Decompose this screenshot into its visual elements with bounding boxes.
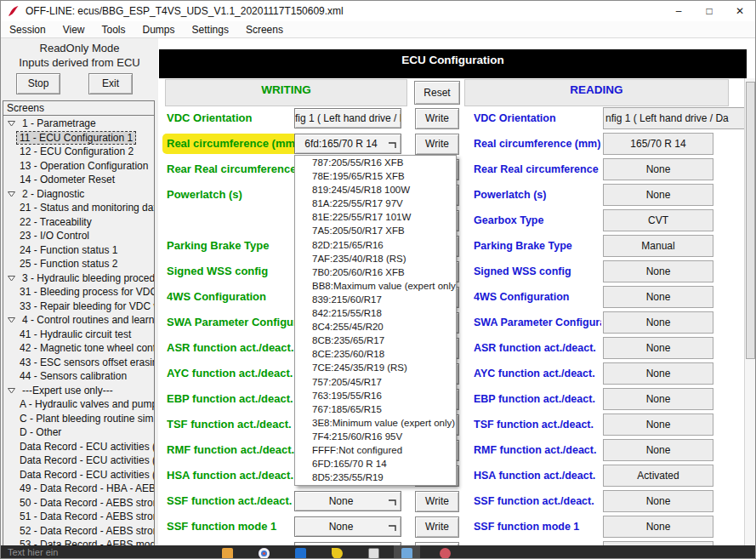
tree-item[interactable]: 11 - ECU Configuration 1 <box>3 131 154 145</box>
tree-item-label[interactable]: 1 - Parametrage <box>20 117 99 129</box>
tree-item-label[interactable]: 50 - Data Record - AEBS strong <box>17 497 154 509</box>
tree-item-label[interactable]: 13 - Operation Configuration <box>17 160 151 172</box>
tree-item-label[interactable]: 25 - Function status 2 <box>17 258 120 270</box>
dropdown-option[interactable]: 7B0:205/60/R16 XFB <box>295 265 456 279</box>
dropdown-option[interactable]: 7F4:215/60/R16 95V <box>295 430 456 443</box>
write-button[interactable]: Write <box>415 491 459 512</box>
tree-item-label[interactable]: 41 - Hydraulic circuit test <box>17 328 134 340</box>
tree-item[interactable]: 33 - Repair bleeding for VDC w <box>3 299 154 314</box>
tree-item[interactable]: 44 - Sensors calibration <box>3 369 154 384</box>
dropdown-option[interactable]: 767:185/65/R15 <box>295 402 456 416</box>
tree-item[interactable]: 42 - Magnetic tone wheel cont <box>3 341 154 356</box>
dropdown-option[interactable]: 839:215/60/R17 <box>295 293 456 306</box>
tree-item-label[interactable]: 33 - Repair bleeding for VDC w <box>17 300 154 312</box>
tree-item[interactable]: 13 - Operation Configuration <box>3 159 154 174</box>
dropdown-option[interactable]: FFFF:Not configured <box>295 443 456 457</box>
tree-item-label[interactable]: ---Expert use only--- <box>20 385 116 396</box>
menu-item[interactable]: Session <box>1 22 54 37</box>
stop-button[interactable]: Stop <box>16 73 60 94</box>
tree-item[interactable]: 41 - Hydraulic circuit test <box>3 328 154 342</box>
tree-item[interactable]: 25 - Function status 2 <box>3 257 154 271</box>
tree-item[interactable]: 43 - ESC sensors offset erasing <box>3 356 154 370</box>
tree-item[interactable]: 21 - Status and monitoring dat <box>3 201 154 215</box>
tree-item-label[interactable]: 49 - Data Record - HBA - AEBS <box>17 482 154 494</box>
tree-item[interactable]: Data Record - ECU activities (3 <box>3 468 154 482</box>
menu-item[interactable]: Tools <box>94 22 134 37</box>
exit-button[interactable]: Exit <box>88 73 133 94</box>
tree-item-label[interactable]: 23 - I/O Control <box>17 230 92 242</box>
dropdown-option[interactable]: 819:245/45/R18 100W <box>295 183 456 197</box>
tree-item-label[interactable]: D - Other <box>17 426 64 438</box>
tree-item[interactable]: 2 - Diagnostic <box>3 187 154 202</box>
tree-item-label[interactable]: 44 - Sensors calibration <box>17 370 129 382</box>
tree-item-label[interactable]: 24 - Function status 1 <box>17 244 120 256</box>
tree-item-label[interactable]: 12 - ECU Configuration 2 <box>17 145 136 157</box>
tree-item-label[interactable]: 43 - ESC sensors offset erasing <box>17 357 154 368</box>
maximize-button[interactable]: □ <box>694 1 725 21</box>
tree-item[interactable]: 24 - Function status 1 <box>3 243 154 258</box>
dropdown-option[interactable]: 757:205/45/R17 <box>295 375 456 389</box>
tree-item[interactable]: 4 - Control routines and learning c <box>3 313 154 328</box>
dropdown-option[interactable]: 78E:195/65/R15 XFB <box>295 169 456 183</box>
tree-item[interactable]: 50 - Data Record - AEBS strong <box>3 496 154 511</box>
tree-item[interactable]: 49 - Data Record - HBA - AEBS <box>3 482 154 496</box>
dropdown-option[interactable]: 8C4:255/45/R20 <box>295 320 456 334</box>
tree-item-label[interactable]: 3 - Hydraulic bleeding procedure <box>20 272 154 284</box>
browser-icon[interactable] <box>259 548 270 559</box>
tree-item-label[interactable]: A - Hydraulic valves and pump <box>17 398 154 410</box>
expander-icon[interactable] <box>7 117 19 131</box>
dropdown-option[interactable]: 8CE:235/60/R18 <box>295 347 456 361</box>
dropdown-option[interactable]: 842:215/55/R18 <box>295 306 456 320</box>
tree-item[interactable]: C - Plant bleeding routine sim <box>3 412 154 426</box>
tree-item[interactable]: 31 - Bleeding process for VDC <box>3 285 154 299</box>
writing-value-combobox[interactable]: 6fd:165/70 R 14 <box>294 134 401 154</box>
writing-value-combobox[interactable]: None <box>294 491 401 511</box>
media-app-icon[interactable] <box>440 548 451 559</box>
expander-icon[interactable] <box>7 383 19 398</box>
write-button[interactable]: Write <box>415 134 459 155</box>
menu-item[interactable]: View <box>54 22 94 37</box>
write-button[interactable]: Write <box>415 108 459 129</box>
tree-item-label[interactable]: Data Record - ECU activities (3 <box>17 469 154 481</box>
tree-item[interactable]: 12 - ECU Configuration 2 <box>3 145 154 159</box>
dropdown-option[interactable]: 8CB:235/65/R17 <box>295 334 456 347</box>
notes-app-icon[interactable] <box>332 548 343 559</box>
dropdown-option[interactable]: 6FD:165/70 R 14 <box>295 457 456 471</box>
tree-item[interactable]: 23 - I/O Control <box>3 229 154 243</box>
tree-item-label[interactable]: 14 - Odometer Reset <box>17 174 117 185</box>
menu-item[interactable]: Settings <box>184 22 237 37</box>
scrollbar-thumb[interactable] <box>746 82 755 359</box>
tree-item-label[interactable]: 31 - Bleeding process for VDC <box>17 286 154 298</box>
combo-arrow-icon[interactable] <box>388 498 398 506</box>
menu-item[interactable]: Dumps <box>134 22 184 37</box>
tree-item-label[interactable]: 21 - Status and monitoring dat <box>17 202 154 214</box>
tree-item[interactable]: 22 - Traceability <box>3 215 154 230</box>
dropdown-option[interactable]: 82D:215/65/R16 <box>295 238 456 252</box>
file-explorer-icon[interactable] <box>222 548 233 559</box>
writing-value-combobox[interactable]: None <box>294 516 401 537</box>
terminal-app-icon[interactable] <box>368 548 379 559</box>
tree-item-label[interactable]: Data Record - ECU activities (1 <box>17 441 154 453</box>
tree-item-label[interactable]: 51 - Data Record - AEBS strong <box>17 511 154 522</box>
tree-item-label[interactable]: 42 - Magnetic tone wheel cont <box>17 342 154 354</box>
taskbar-search-hint[interactable]: Text hier ein <box>8 547 58 557</box>
combo-arrow-icon[interactable] <box>388 140 398 149</box>
tree-item[interactable]: A - Hydraulic valves and pump <box>3 397 154 412</box>
tree-item[interactable]: 51 - Data Record - AEBS strong <box>3 510 154 524</box>
tree-item[interactable]: 52 - Data Record - AEBS strong <box>3 524 154 539</box>
dropdown-option[interactable]: 787:205/55/R16 XFB <box>295 156 456 169</box>
tree-item[interactable]: Data Record - ECU activities (2 <box>3 453 154 468</box>
dropdown-option[interactable]: 7AF:235/40/R18 (RS) <box>295 252 456 265</box>
expander-icon[interactable] <box>7 312 19 328</box>
tree-item-label[interactable]: 22 - Traceability <box>17 216 94 228</box>
dropdown-option[interactable]: BB8:Maximum value (expert only) <box>295 279 456 293</box>
dropdown-option[interactable]: 81E:225/55/R17 101W <box>295 210 456 224</box>
tree-item[interactable]: ---Expert use only--- <box>3 384 154 398</box>
dropdown-option[interactable]: 7A5:205/50/R17 XFB <box>295 224 456 237</box>
tree-item-label[interactable]: 11 - ECU Configuration 1 <box>17 132 135 144</box>
close-button[interactable]: ✕ <box>725 1 755 21</box>
dropdown-option[interactable]: 7CE:245/35/R19 (RS) <box>295 361 456 374</box>
expander-icon[interactable] <box>7 271 19 286</box>
tree-item[interactable]: 14 - Odometer Reset <box>3 173 154 187</box>
dropdown-option[interactable]: 8D5:235/55/R19 <box>295 471 456 484</box>
